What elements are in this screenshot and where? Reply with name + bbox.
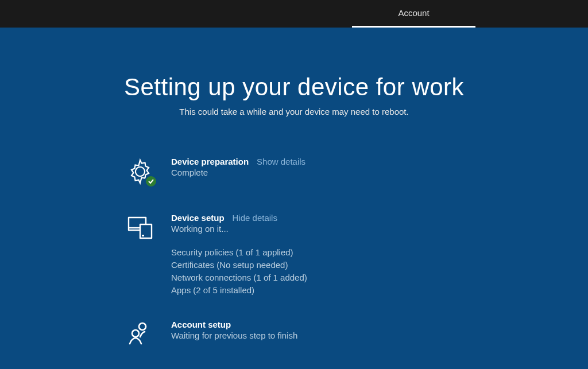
main-content: Setting up your device for work This cou… [0,28,588,346]
step-details: Security policies (1 of 1 applied) Certi… [171,246,565,297]
page-subtitle: This could take a while and your device … [0,107,588,116]
svg-rect-3 [142,235,144,236]
step-body: Device setup Hide details Working on it.… [171,213,565,297]
detail-network: Network connections (1 of 1 added) [171,271,565,284]
devices-icon [125,213,155,242]
step-status: Waiting for previous step to finish [171,331,565,340]
hide-details-link[interactable]: Hide details [233,213,277,223]
step-body: Device preparation Show details Complete [171,157,565,190]
top-bar: Account [0,0,588,28]
detail-certificates: Certificates (No setup needed) [171,259,565,271]
step-header: Device setup Hide details [171,213,565,223]
svg-point-4 [139,323,146,330]
step-header: Device preparation Show details [171,157,565,166]
step-device-setup: Device setup Hide details Working on it.… [125,213,565,297]
step-body: Account setup Waiting for previous step … [171,320,565,340]
people-icon [125,320,155,346]
step-title: Account setup [171,320,231,329]
svg-point-5 [132,330,139,337]
tab-account-label: Account [398,8,429,18]
detail-apps: Apps (2 of 5 installed) [171,284,565,297]
steps-list: Device preparation Show details Complete… [0,157,588,346]
step-account-setup: Account setup Waiting for previous step … [125,320,565,346]
step-status: Working on it... [171,224,565,234]
check-success-icon [145,175,157,188]
show-details-link[interactable]: Show details [257,157,305,166]
step-status: Complete [171,168,565,177]
step-title: Device preparation [171,157,249,166]
step-device-preparation: Device preparation Show details Complete [125,157,565,190]
step-header: Account setup [171,320,565,329]
gear-icon [125,157,155,185]
page-title: Setting up your device for work [0,73,588,101]
detail-security: Security policies (1 of 1 applied) [171,246,565,259]
step-title: Device setup [171,213,225,223]
tab-account[interactable]: Account [352,0,475,28]
